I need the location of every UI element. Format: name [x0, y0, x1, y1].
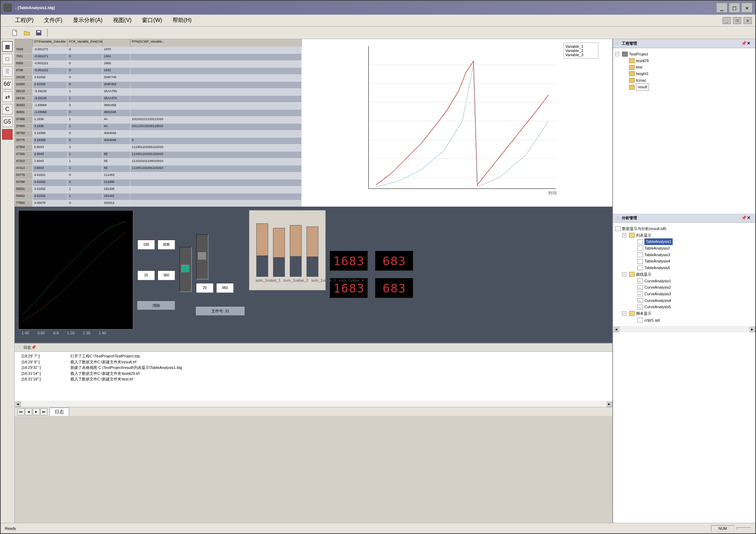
- table-row[interactable]: 473040.80431111001101001101010: [15, 144, 302, 151]
- analysis-item[interactable]: cript1.spt: [615, 317, 753, 324]
- table-cell[interactable]: 1: [68, 151, 103, 158]
- scroll-right-button[interactable]: ►: [749, 326, 755, 332]
- clear-button[interactable]: 清除: [137, 301, 175, 310]
- table-cell[interactable]: -1.83068: [33, 110, 68, 117]
- analysis-item[interactable]: TableAnalysis5: [615, 265, 753, 271]
- table-cell[interactable]: 7531: [15, 54, 33, 61]
- table-cell[interactable]: 4A: [103, 117, 130, 124]
- project-item[interactable]: test: [636, 64, 642, 71]
- table-cell[interactable]: 0: [68, 179, 103, 186]
- analysis-item[interactable]: CurveAnalysis5: [615, 304, 753, 310]
- tool-c-icon[interactable]: C: [2, 104, 13, 114]
- slider-off[interactable]: [196, 234, 209, 280]
- table-cell[interactable]: [130, 89, 302, 96]
- table-cell[interactable]: -0.001221: [33, 68, 68, 75]
- table-cell[interactable]: 0: [68, 138, 103, 144]
- table-row[interactable]: 778004.000780181812: [15, 200, 302, 207]
- table-cell[interactable]: [130, 61, 302, 68]
- table-cell[interactable]: 0: [68, 110, 103, 117]
- tool-g5-icon[interactable]: G5: [2, 117, 13, 127]
- mdi-restore-button[interactable]: ❐: [733, 17, 741, 24]
- table-cell[interactable]: 4.01832: [33, 75, 68, 82]
- scroll-left-button[interactable]: ◄: [15, 401, 21, 407]
- table-cell[interactable]: 111001101001101010: [130, 151, 302, 158]
- table-row[interactable]: 473092.904315E111001101001101010: [15, 151, 302, 158]
- table-cell[interactable]: 111010101100010010: [130, 158, 302, 165]
- table-cell[interactable]: [130, 179, 302, 186]
- table-cell[interactable]: 181812: [103, 200, 130, 207]
- tool-bars-icon[interactable]: ⦙⦙⦙: [2, 66, 13, 77]
- table-cell[interactable]: 37466: [15, 117, 33, 124]
- table-cell[interactable]: 4.01832: [33, 179, 68, 186]
- col-header-index[interactable]: [15, 39, 33, 47]
- table-cell[interactable]: 30891: [15, 110, 33, 117]
- col-header-var1[interactable]: DTSVariable_1\double: [33, 39, 68, 47]
- table-cell[interactable]: 8798: [15, 68, 33, 75]
- col-header-var2[interactable]: FCR_Variable_2\int(CW): [68, 39, 103, 47]
- table-cell[interactable]: 1: [68, 186, 103, 193]
- table-cell[interactable]: 0: [68, 54, 103, 61]
- analysis-item[interactable]: TableAnalysis3: [615, 252, 753, 258]
- project-item[interactable]: height1: [636, 71, 649, 77]
- table-cell[interactable]: 1: [68, 144, 103, 151]
- table-cell[interactable]: 1: [68, 96, 103, 103]
- table-cell[interactable]: 1: [68, 158, 103, 165]
- minimize-button[interactable]: _: [716, 3, 727, 13]
- project-close-icon[interactable]: ✕: [747, 41, 753, 46]
- table-cell[interactable]: 29118: [15, 89, 33, 96]
- table-cell[interactable]: 2.9043: [33, 165, 68, 172]
- tab-nav-prev[interactable]: ◄: [25, 408, 32, 415]
- table-cell[interactable]: 4024048: [103, 131, 130, 138]
- table-cell[interactable]: 0: [68, 61, 103, 68]
- table-row[interactable]: 473102.904315E111010101100010010: [15, 158, 302, 165]
- table-row[interactable]: 568624.018321181491: [15, 193, 302, 200]
- table-cell[interactable]: 1: [68, 165, 103, 172]
- table-row[interactable]: 29118-3.29129125AA750: [15, 89, 302, 96]
- menu-display-analysis[interactable]: 显示分析(A): [69, 15, 107, 25]
- table-cell[interactable]: 3681458: [103, 103, 130, 110]
- tab-nav-last[interactable]: ⏭: [40, 408, 47, 415]
- maximize-button[interactable]: □: [729, 3, 740, 13]
- table-cell[interactable]: 3.19388: [33, 131, 68, 138]
- table-row[interactable]: 547884.018320111680: [15, 179, 302, 186]
- table-cell[interactable]: 4.01832: [33, 186, 68, 193]
- table-cell[interactable]: [103, 144, 130, 151]
- table-cell[interactable]: 204F748: [103, 75, 130, 82]
- table-cell[interactable]: 1850: [103, 61, 130, 68]
- table-cell[interactable]: 0: [68, 68, 103, 75]
- open-button[interactable]: [22, 28, 32, 37]
- table-cell[interactable]: [130, 47, 302, 54]
- table-cell[interactable]: 2.9043: [33, 158, 68, 165]
- table-cell[interactable]: 1: [68, 124, 103, 131]
- table-cell[interactable]: 4.01831: [33, 172, 68, 179]
- table-cell[interactable]: -1.83068: [33, 103, 68, 110]
- table-cell[interactable]: 56831: [15, 186, 33, 193]
- num-input-1[interactable]: 100: [137, 240, 155, 250]
- num-input-2[interactable]: 20: [137, 270, 155, 280]
- analysis-group[interactable]: −列表显示: [615, 232, 753, 239]
- table-cell[interactable]: 30493: [15, 103, 33, 110]
- table-cell[interactable]: 1.1936: [33, 117, 68, 124]
- table-row[interactable]: 8798-0.00122101832: [15, 68, 302, 75]
- table-row[interactable]: 547794.018310111453: [15, 172, 302, 179]
- tool-rect-icon[interactable]: □: [2, 54, 13, 64]
- table-cell[interactable]: [130, 186, 302, 193]
- tab-nav-first[interactable]: ⏮: [17, 408, 24, 415]
- table-row[interactable]: 474142.904315E111001101001101010: [15, 165, 302, 172]
- analysis-close-icon[interactable]: ✕: [747, 215, 753, 221]
- table-cell[interactable]: 0: [68, 131, 103, 138]
- table-cell[interactable]: [130, 103, 302, 110]
- analysis-item[interactable]: CurveAnalysis4: [615, 297, 753, 304]
- table-cell[interactable]: 1370: [103, 47, 130, 54]
- table-cell[interactable]: 0: [68, 172, 103, 179]
- table-cell[interactable]: 2.9043: [33, 151, 68, 158]
- num-input-3[interactable]: 20: [196, 283, 213, 293]
- menu-help[interactable]: 帮助(H): [168, 15, 196, 25]
- table-cell[interactable]: 24228: [15, 75, 33, 82]
- table-cell[interactable]: 56862: [15, 193, 33, 200]
- table-cell[interactable]: 101110110100110010: [130, 124, 302, 131]
- table-row[interactable]: 376653.193614A101110110100110010: [15, 124, 302, 131]
- table-row[interactable]: 374661.193614A101101111110111010: [15, 117, 302, 124]
- tool-red-icon[interactable]: [2, 129, 13, 140]
- table-cell[interactable]: 54779: [15, 172, 33, 179]
